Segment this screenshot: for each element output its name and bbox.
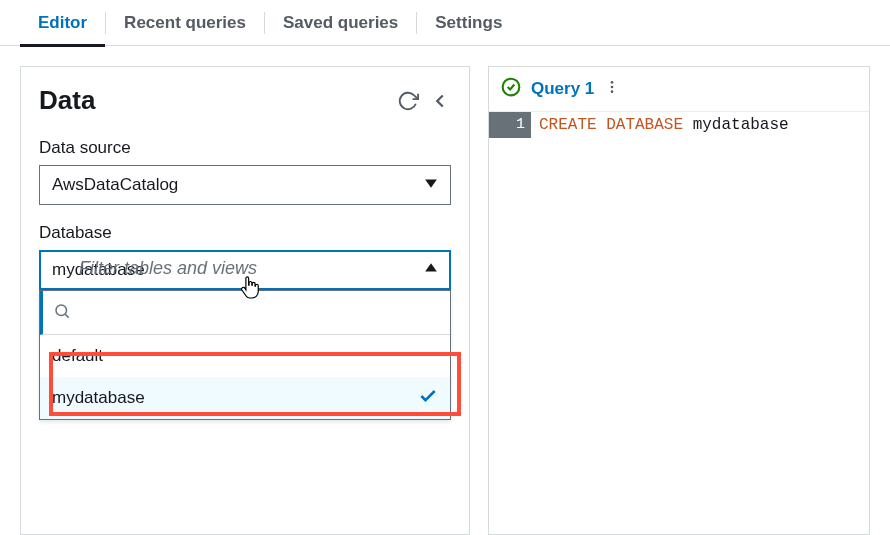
data-sidebar: Data Data source AwsDataCatalog Database…: [20, 66, 470, 535]
svg-point-5: [611, 81, 614, 84]
sidebar-header: Data: [39, 85, 451, 116]
svg-marker-0: [425, 180, 437, 188]
editor-tab-bar: Query 1: [489, 67, 869, 112]
data-source-label: Data source: [39, 138, 451, 158]
top-tabs: Editor Recent queries Saved queries Sett…: [0, 0, 890, 46]
code-line: CREATE DATABASE mydatabase: [531, 112, 797, 138]
line-gutter: 1: [489, 112, 531, 138]
svg-point-2: [56, 305, 67, 316]
database-select[interactable]: mydatabase: [39, 250, 451, 290]
database-value: mydatabase: [52, 260, 145, 280]
data-source-select[interactable]: AwsDataCatalog: [39, 165, 451, 205]
database-label: Database: [39, 223, 451, 243]
svg-marker-1: [425, 263, 437, 271]
svg-point-6: [611, 86, 614, 89]
dropdown-option-label: mydatabase: [52, 388, 145, 408]
svg-line-3: [65, 314, 68, 317]
database-dropdown: mydatabase default mydatabase: [39, 250, 451, 290]
sql-keyword: CREATE DATABASE: [539, 116, 683, 134]
sql-identifier: mydatabase: [683, 116, 789, 134]
check-icon: [418, 386, 438, 411]
tab-saved-queries[interactable]: Saved queries: [265, 0, 416, 46]
tab-editor[interactable]: Editor: [20, 0, 105, 46]
code-editor[interactable]: 1 CREATE DATABASE mydatabase: [489, 112, 869, 138]
search-icon: [53, 302, 71, 324]
query-tab-label[interactable]: Query 1: [531, 79, 594, 99]
refresh-icon[interactable]: [397, 90, 419, 112]
main-area: Data Data source AwsDataCatalog Database…: [0, 46, 890, 535]
dropdown-search-row: [40, 291, 450, 335]
tab-settings[interactable]: Settings: [417, 0, 520, 46]
kebab-menu-icon[interactable]: [604, 79, 620, 99]
chevron-down-icon: [424, 175, 438, 195]
success-status-icon: [501, 77, 521, 101]
dropdown-search-input[interactable]: [79, 303, 440, 323]
database-dropdown-menu: default mydatabase: [39, 290, 451, 420]
dropdown-option-mydatabase[interactable]: mydatabase: [40, 377, 450, 419]
chevron-up-icon: [424, 260, 438, 280]
collapse-icon[interactable]: [429, 90, 451, 112]
dropdown-option-label: default: [52, 346, 103, 366]
data-source-value: AwsDataCatalog: [52, 175, 178, 195]
svg-point-7: [611, 90, 614, 93]
dropdown-option-default[interactable]: default: [40, 335, 450, 377]
query-editor-panel: Query 1 1 CREATE DATABASE mydatabase: [488, 66, 870, 535]
tab-recent-queries[interactable]: Recent queries: [106, 0, 264, 46]
sidebar-title: Data: [39, 85, 95, 116]
